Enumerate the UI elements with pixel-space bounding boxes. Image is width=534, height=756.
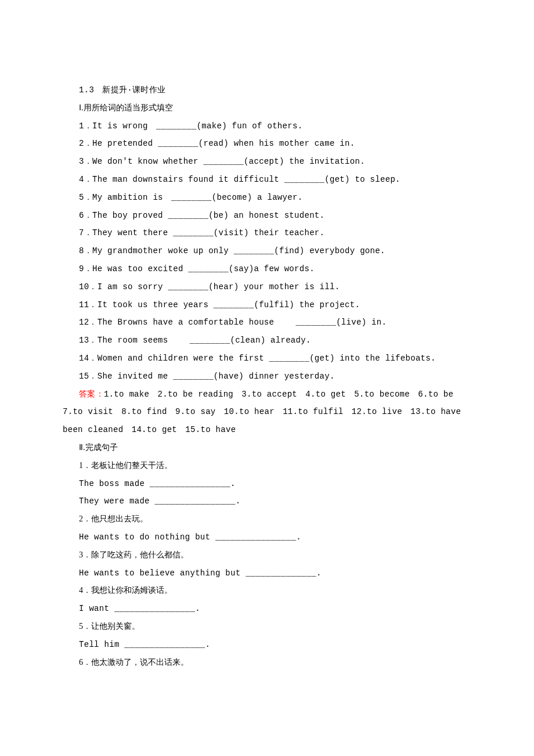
s2-q1-en-a: The boss made ________________. <box>63 475 471 493</box>
s1-q6: 6．The boy proved ________(be) an honest … <box>63 207 471 225</box>
answer-text-2: 7.to visit 8.to find 9.to say 10.to hear… <box>63 403 471 421</box>
s1-q3: 3．We don't know whether ________(accept)… <box>63 153 471 171</box>
answer-text-1: 1.to make 2.to be reading 3.to accept 4.… <box>104 390 453 399</box>
s1-q4: 4．The man downstairs found it difficult … <box>63 171 471 189</box>
answer-label: 答案： <box>79 390 104 399</box>
s2-q4-zh: 4．我想让你和汤姆谈话。 <box>63 582 471 600</box>
s1-q12: 12．The Browns have a comfortable house _… <box>63 314 471 332</box>
s2-q2-en: He wants to do nothing but _____________… <box>63 528 471 546</box>
answer-text-3: been cleaned 14.to get 15.to have <box>63 421 471 439</box>
s2-q5-en: Tell him ________________. <box>63 636 471 654</box>
s1-q14: 14．Women and children were the first ___… <box>63 350 471 368</box>
s2-q5-zh: 5．让他别关窗。 <box>63 618 471 636</box>
s2-q4-en: I want ________________. <box>63 600 471 618</box>
s2-q2-zh: 2．他只想出去玩。 <box>63 510 471 528</box>
s1-q11: 11．It took us three years ________(fulfi… <box>63 296 471 314</box>
s2-q3-zh: 3．除了吃这药，他什么都信。 <box>63 546 471 564</box>
s1-q13: 13．The room seems ________(clean) alread… <box>63 332 471 350</box>
s1-q10: 10．I am so sorry ________(hear) your mot… <box>63 278 471 296</box>
s2-q6-zh: 6．他太激动了，说不出话来。 <box>63 654 471 672</box>
s2-q1-zh: 1．老板让他们整天干活。 <box>63 457 471 475</box>
s1-q15: 15．She invited me ________(have) dinner … <box>63 368 471 386</box>
s1-q8: 8．My grandmother woke up only ________(f… <box>63 242 471 260</box>
section1-title: Ⅰ.用所给词的适当形式填空 <box>63 99 471 117</box>
s1-q5: 5．My ambition is ________(become) a lawy… <box>63 189 471 207</box>
section2-title: Ⅱ.完成句子 <box>63 439 471 457</box>
s1-q1: 1．It is wrong ________(make) fun of othe… <box>63 117 471 135</box>
section1-answers: 答案：1.to make 2.to be reading 3.to accept… <box>63 386 471 404</box>
page-header: 1.3 新提升·课时作业 <box>63 81 471 99</box>
s2-q3-en: He wants to believe anything but _______… <box>63 564 471 582</box>
s1-q9: 9．He was too excited ________(say)a few … <box>63 260 471 278</box>
s1-q2: 2．He pretended ________(read) when his m… <box>63 135 471 153</box>
s2-q1-en-b: They were made ________________. <box>63 492 471 510</box>
s1-q7: 7．They went there ________(visit) their … <box>63 224 471 242</box>
